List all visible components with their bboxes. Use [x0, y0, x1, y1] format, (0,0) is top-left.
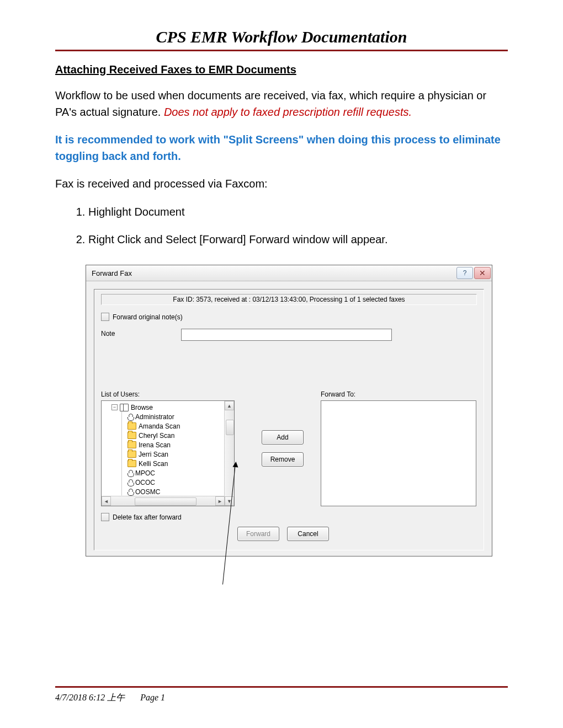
scroll-thumb[interactable] [226, 420, 234, 435]
intro-paragraph: Workflow to be used when documents are r… [55, 87, 508, 120]
forward-original-label: Forward original note(s) [113, 313, 183, 321]
folder-icon [128, 451, 136, 458]
folder-icon [128, 460, 136, 467]
add-button[interactable]: Add [262, 430, 304, 445]
note-label: Note [101, 329, 115, 338]
fax-id-line: Fax ID: 3573, received at : 03/12/13 13:… [101, 294, 477, 305]
forward-fax-dialog: Forward Fax ? ✕ Fax ID: 3573, received a… [86, 265, 492, 556]
tree-item[interactable]: MPOC [128, 468, 234, 478]
dialog-title: Forward Fax [92, 269, 132, 277]
step-1: Highlight Document [88, 203, 508, 221]
scroll-down-icon[interactable]: ▼ [225, 496, 234, 506]
help-button[interactable]: ? [456, 267, 473, 279]
delete-after-checkbox[interactable] [101, 513, 109, 521]
tree-item[interactable]: Jerri Scan [128, 449, 234, 459]
step-2: Right Click and Select [Forward] Forward… [88, 231, 508, 248]
footer-timestamp: 4/7/2018 6:12 上午 [55, 693, 125, 702]
annotation-arrow [55, 556, 508, 590]
list-of-users-label: List of Users: [101, 390, 245, 398]
scroll-thumb-h[interactable] [135, 497, 196, 506]
folder-icon [128, 432, 136, 439]
horizontal-scrollbar[interactable]: ◄ ► [102, 496, 225, 506]
tree-root-label: Browse [131, 404, 153, 411]
steps-list: Highlight Document Right Click and Selec… [55, 203, 508, 248]
forward-to-label: Forward To: [321, 390, 475, 398]
delete-after-label: Delete fax after forward [113, 513, 182, 521]
tree-item-label: Amanda Scan [139, 422, 180, 430]
tree-item-label: Cheryl Scan [139, 432, 174, 440]
scroll-up-icon[interactable]: ▲ [225, 401, 234, 410]
tree-item[interactable]: Amanda Scan [128, 421, 234, 431]
users-treeview[interactable]: − Browse Administrator Amanda Scan Chery… [101, 400, 235, 506]
user-icon [128, 489, 133, 495]
tree-item[interactable]: Irena Scan [128, 440, 234, 449]
remove-button[interactable]: Remove [262, 452, 304, 467]
tree-item-label: OCOC [135, 479, 155, 486]
user-icon [128, 479, 133, 486]
tree-item-label: Irena Scan [139, 441, 171, 449]
close-button[interactable]: ✕ [474, 267, 491, 279]
tree-item[interactable]: Administrator [128, 412, 234, 421]
tree-item-label: Administrator [135, 413, 174, 421]
tree-item[interactable]: OCOC [128, 478, 234, 487]
forward-button[interactable]: Forward [237, 527, 279, 541]
footer-page-number: Page 1 [140, 693, 165, 702]
user-icon [128, 470, 133, 477]
header-rule [55, 50, 508, 51]
tree-item-label: Jerri Scan [139, 451, 168, 458]
page-footer: 4/7/2018 6:12 上午 Page 1 [55, 686, 508, 704]
page-title: CPS EMR Workflow Documentation [55, 28, 508, 46]
tree-item[interactable]: OOSMC [128, 487, 234, 496]
cancel-button[interactable]: Cancel [287, 527, 329, 541]
user-icon [128, 414, 133, 420]
footer-rule [55, 686, 508, 688]
tree-item-label: OOSMC [135, 488, 160, 496]
book-icon [120, 404, 129, 411]
forward-original-checkbox[interactable] [101, 313, 109, 321]
tree-item[interactable]: Kelli Scan [128, 459, 234, 468]
dialog-titlebar[interactable]: Forward Fax ? ✕ [86, 265, 492, 281]
tree-item[interactable]: Cheryl Scan [128, 431, 234, 440]
tree-item-label: Kelli Scan [139, 460, 168, 468]
dialog-panel: Fax ID: 3573, received at : 03/12/13 13:… [94, 289, 484, 550]
scroll-right-icon[interactable]: ► [215, 496, 225, 506]
tree-expander-icon[interactable]: − [111, 404, 118, 410]
forward-to-listbox[interactable] [321, 400, 476, 506]
folder-icon [128, 422, 136, 430]
recommendation-paragraph: It is recommended to work with "Split Sc… [55, 131, 508, 164]
folder-icon [128, 441, 136, 448]
scroll-left-icon[interactable]: ◄ [102, 496, 111, 506]
note-input[interactable] [181, 329, 392, 341]
section-heading: Attaching Received Faxes to EMR Document… [55, 63, 508, 76]
faxcom-paragraph: Fax is received and processed via Faxcom… [55, 175, 508, 192]
intro-warning: Does not apply to faxed prescription ref… [164, 106, 412, 118]
tree-item-label: MPOC [135, 469, 155, 477]
